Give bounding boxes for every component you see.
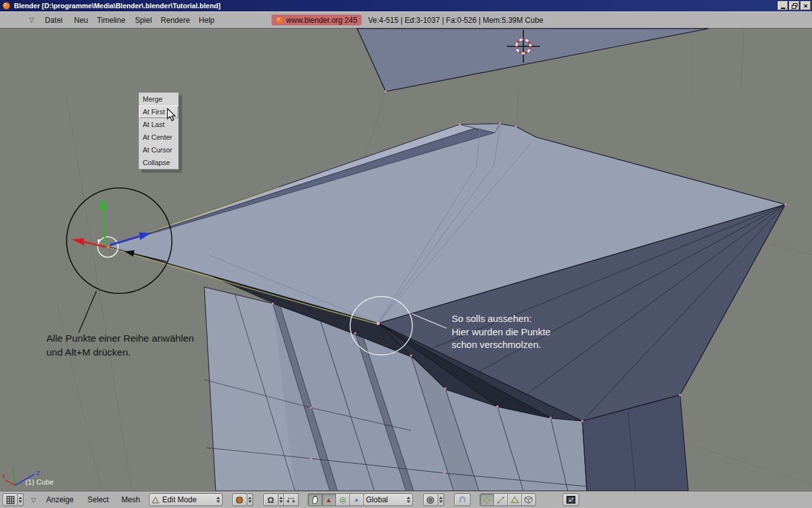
edit-mode-icon <box>152 497 159 504</box>
gizmo-origin-dot <box>107 246 110 248</box>
pivot-button[interactable] <box>423 493 438 506</box>
mode-stepper-icon <box>216 497 220 503</box>
axis-label-z: z <box>36 469 40 476</box>
mode-dropdown[interactable]: Edit Mode <box>149 493 223 506</box>
annotation-right-line1: So solls aussehen: <box>452 313 532 324</box>
pivot-stepper[interactable] <box>438 493 444 506</box>
scale-manipulator-button[interactable]: ■ <box>350 493 364 506</box>
proportional-edit-button[interactable]: Ω <box>263 493 278 506</box>
orientation-value: Global <box>366 495 388 504</box>
rotate-circle-icon: ◎ <box>339 495 346 504</box>
orientation-stepper-icon <box>407 497 410 503</box>
annotation-left-line2: und Alt+M drücken. <box>46 347 131 358</box>
render-preview-icon <box>566 496 575 504</box>
proportional-falloff-button[interactable] <box>284 493 299 506</box>
rotate-manipulator-button[interactable]: ◎ <box>336 493 350 506</box>
vertex-select-button[interactable] <box>480 493 494 506</box>
menu-mesh[interactable]: Mesh <box>121 495 140 504</box>
editor-type-grid-icon <box>6 496 15 504</box>
orientation-dropdown[interactable]: Global <box>363 493 413 506</box>
menu-select[interactable]: Select <box>88 495 108 504</box>
menu-item-collapse[interactable]: Collapse <box>139 156 178 169</box>
draw-mode-button[interactable] <box>232 493 247 506</box>
bottom-header: ▽ Anzeige Select Mesh Edit Mode Ω <box>0 491 812 508</box>
scale-square-icon: ■ <box>355 497 358 503</box>
mouse-cursor <box>167 108 177 122</box>
annotation-right-line3: schon verschmolzen. <box>452 339 541 350</box>
edge-select-icon <box>497 496 505 504</box>
object-info: (1) Cube <box>25 478 54 486</box>
mode-value: Edit Mode <box>162 495 197 504</box>
occlude-geometry-button[interactable] <box>521 493 536 506</box>
snap-button[interactable] <box>454 493 471 506</box>
edge-select-button[interactable] <box>494 493 508 506</box>
draw-mode-stepper[interactable] <box>247 493 253 506</box>
proportional-falloff-icon <box>286 497 296 504</box>
translate-manipulator-button[interactable]: ▲ <box>322 493 336 506</box>
annotation-right-line2: Hier wurden die Punkte <box>452 326 551 337</box>
axis-label-x: x <box>1 472 6 479</box>
render-preview-button[interactable] <box>563 493 579 506</box>
editor-type-stepper[interactable] <box>18 493 23 506</box>
menu-item-at-center[interactable]: At Center <box>139 131 178 144</box>
proportional-edit-omega-icon: Ω <box>268 495 274 505</box>
draw-mode-icon <box>235 496 244 504</box>
editor-type-button[interactable] <box>3 493 18 506</box>
merge-popup-menu: Merge At First At Last At Center At Curs… <box>138 92 179 170</box>
viewport-3d[interactable]: Alle Punkte einer Reihe anwählen und Alt… <box>0 0 812 508</box>
merge-menu-title: Merge <box>139 93 178 105</box>
snap-magnet-icon <box>458 495 467 504</box>
vertex-select-icon <box>483 496 491 504</box>
median-point <box>98 239 100 242</box>
menu-item-at-cursor[interactable]: At Cursor <box>139 144 178 156</box>
face-select-icon <box>511 496 519 504</box>
face-select-button[interactable] <box>508 493 522 506</box>
collapse-panel-icon[interactable]: ▽ <box>31 497 36 504</box>
pivot-icon <box>426 496 435 504</box>
menu-anzeige[interactable]: Anzeige <box>46 495 74 504</box>
translate-triangle-icon: ▲ <box>325 496 332 504</box>
occlude-cube-icon <box>524 495 533 504</box>
blender-window: Alle Punkte einer Reihe anwählen und Alt… <box>0 0 812 508</box>
manipulator-toggle-button[interactable] <box>308 493 322 506</box>
merged-vertex <box>377 322 380 325</box>
annotation-left-line1: Alle Punkte einer Reihe anwählen <box>46 333 194 344</box>
manipulator-hand-icon <box>311 495 319 504</box>
